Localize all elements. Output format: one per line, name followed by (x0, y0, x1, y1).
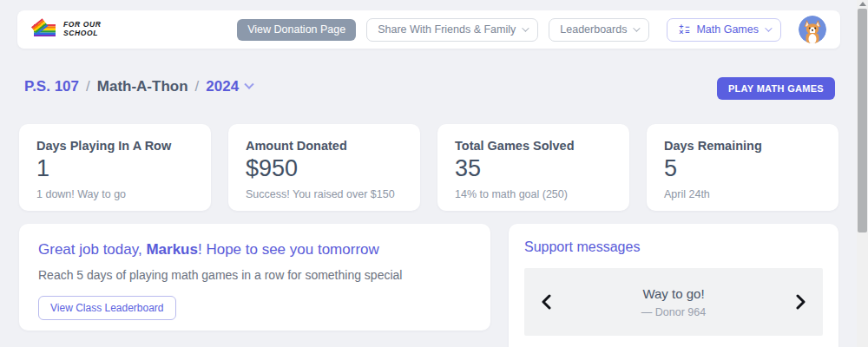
math-operations-icon: +− ×= (678, 24, 690, 35)
breadcrumb-separator: / (195, 78, 200, 95)
breadcrumb-school-link[interactable]: P.S. 107 (24, 78, 79, 95)
chevron-right-icon (796, 294, 806, 310)
play-math-games-button[interactable]: PLAY MATH GAMES (717, 77, 835, 100)
corgi-avatar-icon (799, 16, 826, 43)
chevron-down-icon (634, 24, 641, 31)
breadcrumb: P.S. 107 / Math-A-Thon / 2024 (24, 78, 253, 95)
stat-card-days-playing: Days Playing In A Row 1 1 down! Way to g… (19, 124, 211, 211)
leaderboards-dropdown-label: Leaderboards (560, 23, 627, 36)
stat-subtext: April 24th (664, 188, 821, 200)
scrollbar-up-arrow-icon[interactable] (859, 2, 866, 6)
logo-text: For Our School (63, 21, 101, 38)
share-dropdown-button[interactable]: Share With Friends & Family (366, 18, 538, 42)
leaderboards-dropdown-button[interactable]: Leaderboards (549, 18, 649, 42)
view-donation-page-button[interactable]: View Donation Page (237, 19, 356, 41)
encouragement-subtext: Reach 5 days of playing math games in a … (38, 268, 471, 282)
stat-subtext: 1 down! Way to go (36, 188, 194, 200)
rainbow-flag-icon (31, 18, 57, 41)
scrollbar-thumb[interactable] (858, 9, 867, 232)
encouragement-heading: Great job today, Markus! Hope to see you… (38, 241, 471, 259)
chevron-down-icon (522, 24, 529, 31)
stat-title: Days Playing In A Row (36, 139, 194, 153)
navbar-actions: View Donation Page Share With Friends & … (237, 16, 826, 43)
stat-value: 5 (664, 155, 821, 182)
carousel-previous-button[interactable] (538, 291, 555, 313)
math-games-dropdown-button[interactable]: +− ×= Math Games (667, 18, 781, 42)
encouragement-card: Great job today, Markus! Hope to see you… (19, 224, 490, 331)
carousel-next-button[interactable] (792, 291, 809, 313)
math-games-dropdown-label: Math Games (696, 23, 759, 36)
stat-title: Days Remaining (664, 139, 821, 153)
stat-subtext: 14% to math goal (250) (455, 188, 612, 200)
breadcrumb-event: Math-A-Thon (97, 78, 188, 95)
stat-title: Amount Donated (246, 139, 403, 153)
stat-card-days-remaining: Days Remaining 5 April 24th (647, 124, 838, 211)
view-class-leaderboard-button[interactable]: View Class Leaderboard (38, 296, 176, 320)
support-messages-heading: Support messages (524, 239, 823, 255)
top-navbar: For Our School View Donation Page Share … (17, 10, 840, 49)
support-messages-carousel: Way to go! — Donor 964 (524, 268, 823, 336)
stat-title: Total Games Solved (455, 139, 612, 153)
stat-value: 35 (455, 155, 612, 182)
stat-value: $950 (246, 155, 403, 182)
stat-card-games-solved: Total Games Solved 35 14% to math goal (… (437, 124, 629, 211)
breadcrumb-year-dropdown[interactable]: 2024 (206, 78, 239, 95)
chevron-down-icon (765, 24, 772, 31)
stat-card-amount-donated: Amount Donated $950 Success! You raised … (228, 124, 420, 211)
stat-value: 1 (36, 155, 194, 182)
chevron-left-icon (542, 294, 551, 310)
chevron-down-icon[interactable] (244, 80, 253, 89)
user-avatar[interactable] (799, 16, 826, 43)
breadcrumb-separator: / (86, 78, 90, 95)
support-messages-card: Support messages Way to go! — Donor 964 (509, 224, 838, 347)
share-dropdown-label: Share With Friends & Family (378, 23, 516, 36)
support-message: Way to go! — Donor 964 (555, 286, 792, 318)
student-name: Markus (146, 241, 198, 258)
logo[interactable]: For Our School (31, 18, 101, 41)
support-message-attribution: — Donor 964 (555, 306, 792, 318)
stats-row: Days Playing In A Row 1 1 down! Way to g… (19, 124, 838, 211)
stat-subtext: Success! You raised over $150 (246, 188, 403, 200)
support-message-text: Way to go! (555, 286, 792, 301)
vertical-scrollbar[interactable] (857, 0, 868, 347)
